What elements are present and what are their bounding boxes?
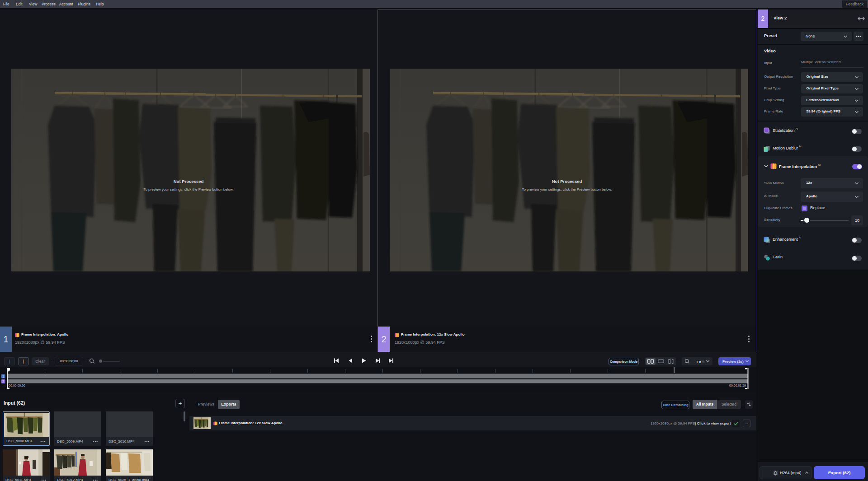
svg-text:00:00:01;59: 00:00:01;59 — [729, 384, 746, 387]
svg-text:2: 2 — [2, 380, 4, 383]
svg-text:00:00:00;00: 00:00:00;00 — [9, 384, 25, 387]
svg-text:1: 1 — [2, 375, 4, 378]
